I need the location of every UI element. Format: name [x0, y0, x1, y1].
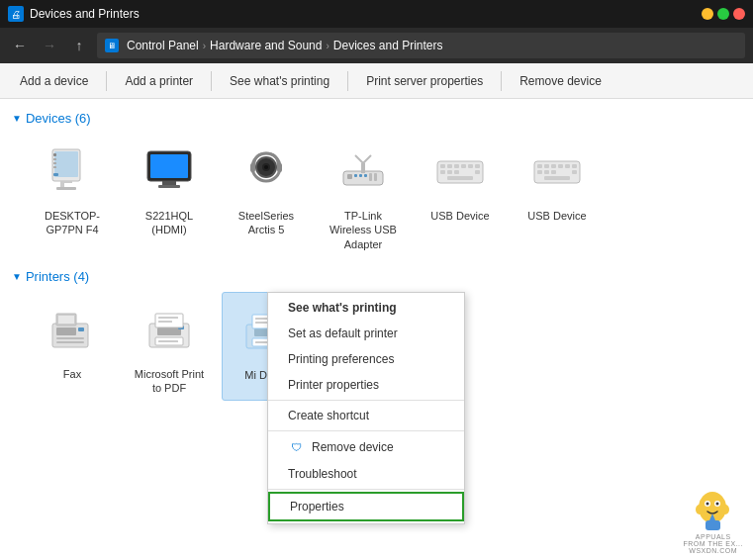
svg-rect-34 — [454, 164, 459, 168]
appuals-subtext: FROM THE EX... — [683, 540, 743, 547]
svg-rect-44 — [537, 164, 542, 168]
path-icon: 🖥 — [105, 39, 119, 52]
remove-device-toolbar-button[interactable]: Remove device — [508, 67, 613, 95]
title-bar: 🖨 Devices and Printers — [0, 0, 753, 28]
device-headset[interactable]: SteelSeries Arctis 5 — [222, 134, 311, 257]
devices-section-label: Devices (6) — [26, 111, 91, 126]
svg-rect-66 — [158, 317, 178, 319]
headset-label: SteelSeries Arctis 5 — [226, 209, 307, 237]
svg-rect-23 — [354, 174, 357, 177]
ms-pdf-label: Microsoft Print to PDF — [129, 367, 210, 396]
svg-rect-32 — [440, 164, 445, 168]
svg-rect-36 — [468, 164, 473, 168]
context-set-default-printer[interactable]: Set as default printer — [268, 321, 464, 346]
svg-point-84 — [721, 505, 729, 514]
context-remove-device[interactable]: 🛡 Remove device — [268, 433, 464, 461]
router-icon — [331, 140, 395, 203]
toolbar-sep-2 — [211, 71, 212, 91]
context-sep-2 — [268, 430, 464, 431]
appuals-brand: APPUALS — [683, 533, 743, 540]
separator-2: › — [326, 41, 329, 51]
devices-grid: DESKTOP-GP7PN F4 S221HQL (HDMI) — [12, 134, 741, 257]
watermark-area: APPUALS FROM THE EX... WSXDN.COM — [683, 488, 743, 554]
shield-icon: 🛡 — [288, 439, 304, 455]
svg-rect-39 — [447, 170, 452, 174]
svg-rect-38 — [440, 170, 445, 174]
svg-rect-47 — [558, 164, 563, 168]
add-printer-button[interactable]: Add a printer — [113, 67, 205, 95]
device-desktop[interactable]: DESKTOP-GP7PN F4 — [28, 134, 117, 257]
add-device-button[interactable]: Add a device — [8, 67, 100, 95]
svg-rect-33 — [447, 164, 452, 168]
back-button[interactable]: ← — [8, 34, 32, 57]
address-bar: ← → ↑ 🖥 Control Panel › Hardware and Sou… — [0, 28, 753, 63]
devices-arrow: ▼ — [12, 113, 22, 124]
svg-rect-46 — [551, 164, 556, 168]
svg-rect-49 — [572, 164, 577, 168]
forward-button[interactable]: → — [38, 34, 61, 57]
svg-rect-1 — [54, 151, 78, 177]
svg-rect-51 — [544, 170, 549, 174]
svg-rect-5 — [53, 153, 56, 156]
maximize-button[interactable] — [717, 8, 729, 20]
svg-rect-12 — [162, 181, 176, 185]
fax-label: Fax — [63, 367, 81, 381]
printers-section-label: Printers (4) — [26, 269, 89, 284]
desktop-icon — [41, 140, 104, 203]
svg-rect-4 — [56, 187, 76, 190]
address-path[interactable]: 🖥 Control Panel › Hardware and Sound › D… — [97, 33, 745, 58]
toolbar: Add a device Add a printer See what's pr… — [0, 63, 753, 99]
device-router[interactable]: TP-Link Wireless USB Adapter — [319, 134, 408, 257]
svg-rect-3 — [64, 181, 72, 183]
svg-rect-28 — [361, 163, 365, 173]
svg-rect-22 — [347, 174, 352, 179]
svg-rect-11 — [150, 154, 188, 178]
device-monitor[interactable]: S221HQL (HDMI) — [125, 134, 214, 257]
printer-ms-pdf[interactable]: Microsoft Print to PDF — [125, 292, 214, 402]
path-control-panel[interactable]: Control Panel — [127, 39, 199, 52]
context-troubleshoot[interactable]: Troubleshoot — [268, 461, 464, 487]
svg-rect-8 — [53, 166, 56, 168]
usb-keyboard-icon-1 — [428, 140, 492, 203]
svg-rect-6 — [53, 158, 56, 160]
svg-rect-37 — [475, 164, 480, 168]
svg-rect-56 — [56, 327, 76, 335]
toolbar-sep-1 — [106, 71, 107, 91]
up-button[interactable]: ↑ — [67, 34, 91, 57]
context-see-whats-printing[interactable]: See what's printing — [268, 295, 464, 321]
svg-point-82 — [716, 503, 719, 506]
see-whats-printing-toolbar-button[interactable]: See what's printing — [218, 67, 341, 95]
svg-rect-13 — [158, 185, 180, 188]
ms-pdf-icon — [138, 298, 201, 361]
toolbar-sep-4 — [501, 71, 502, 91]
svg-rect-9 — [53, 173, 58, 176]
svg-rect-45 — [544, 164, 549, 168]
path-hardware-sound[interactable]: Hardware and Sound — [210, 39, 322, 52]
desktop-label: DESKTOP-GP7PN F4 — [32, 209, 113, 237]
svg-rect-57 — [78, 327, 84, 331]
svg-rect-7 — [53, 162, 56, 164]
usb-keyboard-icon-2 — [525, 140, 589, 203]
context-sep-1 — [268, 400, 464, 401]
close-button[interactable] — [733, 8, 745, 20]
headset-icon — [235, 140, 298, 203]
monitor-label: S221HQL (HDMI) — [129, 209, 210, 237]
printer-fax[interactable]: Fax — [28, 292, 117, 402]
path-devices-printers[interactable]: Devices and Printers — [333, 39, 443, 52]
context-printer-properties[interactable]: Printer properties — [268, 372, 464, 398]
svg-rect-27 — [374, 173, 377, 181]
svg-rect-40 — [454, 170, 459, 174]
device-usb-2[interactable]: USB Device — [513, 134, 602, 257]
svg-rect-25 — [364, 174, 367, 177]
context-create-shortcut[interactable]: Create shortcut — [268, 403, 464, 428]
device-usb-1[interactable]: USB Device — [416, 134, 505, 257]
context-properties[interactable]: Properties — [268, 492, 464, 521]
svg-rect-26 — [369, 173, 372, 181]
print-server-properties-button[interactable]: Print server properties — [354, 67, 495, 95]
svg-rect-59 — [56, 341, 84, 343]
svg-rect-48 — [565, 164, 570, 168]
context-printing-preferences[interactable]: Printing preferences — [268, 346, 464, 372]
monitor-icon — [138, 140, 201, 203]
separator-1: › — [203, 41, 206, 51]
minimize-button[interactable] — [702, 8, 713, 20]
